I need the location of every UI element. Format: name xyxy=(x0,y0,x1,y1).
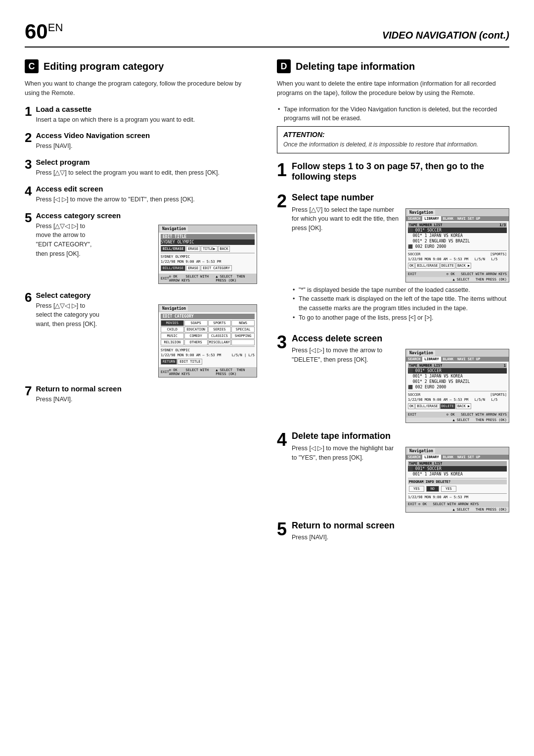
screen-c5-footer: EXIT ⊙ OK SELECT WITH ARROW KEYS ▲ SELEC… xyxy=(159,274,257,284)
step-c3-heading: Select program xyxy=(36,158,257,166)
step-d5-number: 5 xyxy=(277,520,287,538)
step-d2-screen: Navigation SEARCH LIBRARY BLANK NAVI SET… xyxy=(405,205,509,283)
step-d2-number: 2 xyxy=(277,192,287,210)
step-c7-heading: Return to normal screen xyxy=(36,384,257,393)
step-d2-text: Press [△▽] to select the tape number for… xyxy=(292,205,400,233)
step-c1: 1 Load a cassette Insert a tape on which… xyxy=(25,105,257,125)
screen-c6-footer: EXIT ⊙ OK SELECT WITH ARROW KEYS ▲ SELEC… xyxy=(159,367,257,377)
step-d3-text: Press [◁ ▷] to move the arrow to "DELETE… xyxy=(292,346,400,365)
step-c7: 7 Return to normal screen Press [NAVI]. xyxy=(25,384,257,404)
step-c2-content: Access Video Navigation screen Press [NA… xyxy=(36,131,257,151)
step-c2-number: 2 xyxy=(25,131,32,144)
step-d4-text: Press [◁ ▷] to move the highlight bar to… xyxy=(292,444,400,463)
step-d2-heading: Select tape number xyxy=(292,192,509,203)
screen-d2-navbar: Navigation xyxy=(406,209,509,216)
step-d1-number: 1 xyxy=(277,161,287,179)
step-c5-heading: Access category screen xyxy=(36,211,257,220)
step-c4-body: Press [◁ ▷] to move the arrow to "EDIT",… xyxy=(36,195,257,204)
step-c2-heading: Access Video Navigation screen xyxy=(36,131,257,140)
screen-d4-navbar: Navigation xyxy=(406,447,509,455)
screen-c5-body: EDIT TITLE SYDNEY OLYMPIC BILL/ERASE ERA… xyxy=(159,233,257,274)
left-column: C Editing program category When you want… xyxy=(25,59,257,550)
step-c6-number: 6 xyxy=(25,291,32,304)
attention-box: ATTENTION: Once the information is delet… xyxy=(277,126,509,153)
page: 60EN VIDEO NAVIGATION (cont.) C Editing … xyxy=(0,0,534,756)
screen-c5-navbar: Navigation xyxy=(159,225,257,233)
step-d4-heading: Delete tape information xyxy=(292,431,509,442)
step-d3-content: Access delete screen Press [◁ ▷] to move… xyxy=(292,333,509,424)
section-c-intro: When you want to change the program cate… xyxy=(25,79,257,98)
screen-c6: Navigation EDIT CATEGORY MOVIES SOAPS xyxy=(158,304,257,378)
step-c6-with-screen: Press [△▽◁ ▷] toselect the category youw… xyxy=(36,301,257,378)
step-c7-number: 7 xyxy=(25,384,32,397)
step-c5-text: Press [△▽◁ ▷] tomove the arrow to"EDIT C… xyxy=(36,222,153,259)
attention-title: ATTENTION: xyxy=(283,131,503,139)
step-c7-content: Return to normal screen Press [NAVI]. xyxy=(36,384,257,404)
screen-c6-navbar: Navigation xyxy=(159,305,257,312)
page-num-text: 60 xyxy=(25,20,48,43)
step-d2-bullets: "*" is displayed beside the tape number … xyxy=(292,285,509,323)
step-c2-body: Press [NAVI]. xyxy=(36,142,257,151)
step-c5-number: 5 xyxy=(25,211,32,224)
step-c3-content: Select program Press [△▽] to select the … xyxy=(36,158,257,178)
section-d-bullets: Tape information for the Video Navigatio… xyxy=(277,105,509,124)
step-d5-body: Press [NAVI]. xyxy=(292,533,509,542)
step-c6-text: Press [△▽◁ ▷] toselect the category youw… xyxy=(36,301,153,329)
screen-d3-footer: EXIT ⊙ OK SELECT WITH ARROW KEYS xyxy=(406,412,509,418)
screen-d2-footer: EXIT ⊙ OK SELECT WITH ARROW KEYS xyxy=(406,271,509,277)
step-c1-number: 1 xyxy=(25,105,32,118)
page-superscript: EN xyxy=(48,21,63,34)
step-d2-with-screen: Press [△▽] to select the tape number for… xyxy=(292,205,509,283)
screen-c5-row1: SYDNEY OLYMPIC xyxy=(161,239,255,245)
step-d3-number: 3 xyxy=(277,333,287,351)
screen-d3: Navigation SEARCH LIBRARY BLANK NAVI SET… xyxy=(405,349,509,423)
section-d-badge: D xyxy=(277,59,291,73)
section-c-badge: C xyxy=(25,59,39,73)
step-d3-screen: Navigation SEARCH LIBRARY BLANK NAVI SET… xyxy=(405,346,509,423)
step-c6-content: Select category Press [△▽◁ ▷] toselect t… xyxy=(36,291,257,378)
step-d5-heading: Return to normal screen xyxy=(292,520,509,531)
screen-d3-navbar: Navigation xyxy=(406,349,509,357)
step-d4-content: Delete tape information Press [◁ ▷] to m… xyxy=(292,431,509,513)
step-c2: 2 Access Video Navigation screen Press [… xyxy=(25,131,257,151)
step-d2-bullet3: To go to another page of the lists, pres… xyxy=(292,313,509,323)
screen-c5-info: SYDNEY OLYMPIC xyxy=(161,254,255,259)
step-d4: 4 Delete tape information Press [◁ ▷] to… xyxy=(277,431,509,513)
step-c6-heading: Select category xyxy=(36,291,257,299)
step-c4-heading: Access edit screen xyxy=(36,185,257,193)
step-d3: 3 Access delete screen Press [◁ ▷] to mo… xyxy=(277,333,509,424)
step-d4-number: 4 xyxy=(277,431,287,449)
step-d1: 1 Follow steps 1 to 3 on page 57, then g… xyxy=(277,161,509,185)
step-c4-number: 4 xyxy=(25,185,32,197)
right-column: D Deleting tape information When you wan… xyxy=(277,59,509,550)
step-c5-with-screen: Press [△▽◁ ▷] tomove the arrow to"EDIT C… xyxy=(36,222,257,284)
screen-c6-body: EDIT CATEGORY MOVIES SOAPS SPORTS NEWS C… xyxy=(159,312,257,367)
screen-d4-footer: EXIT ⊙ OK SELECT WITH ARROW KEYS xyxy=(406,501,509,507)
page-number: 60EN xyxy=(25,20,63,44)
step-c3-number: 3 xyxy=(25,158,32,171)
page-title: VIDEO NAVIGATION (cont.) xyxy=(382,30,509,41)
step-c1-body: Insert a tape on which there is a progra… xyxy=(36,115,257,125)
step-d1-content: Follow steps 1 to 3 on page 57, then go … xyxy=(292,161,509,185)
section-c-title: Editing program category xyxy=(44,61,164,72)
screen-c5: Navigation EDIT TITLE SYDNEY OLYMPIC xyxy=(158,225,257,284)
category-grid: MOVIES SOAPS SPORTS NEWS CHILD EDUCATION… xyxy=(161,320,255,345)
step-d2-bullet1: "*" is displayed beside the tape number … xyxy=(292,285,509,295)
section-d-bullet1: Tape information for the Video Navigatio… xyxy=(277,105,509,124)
step-c6: 6 Select category Press [△▽◁ ▷] toselect… xyxy=(25,291,257,378)
step-d3-heading: Access delete screen xyxy=(292,333,509,344)
step-d2-bullet2: The cassette mark is displayed on the le… xyxy=(292,294,509,313)
screen-d2: Navigation SEARCH LIBRARY BLANK NAVI SET… xyxy=(405,208,509,283)
step-c1-content: Load a cassette Insert a tape on which t… xyxy=(36,105,257,125)
step-d1-heading: Follow steps 1 to 3 on page 57, then go … xyxy=(292,161,509,183)
step-d5: 5 Return to normal screen Press [NAVI]. xyxy=(277,520,509,542)
step-c5: 5 Access category screen Press [△▽◁ ▷] t… xyxy=(25,211,257,284)
step-d5-content: Return to normal screen Press [NAVI]. xyxy=(292,520,509,542)
step-d2: 2 Select tape number Press [△▽] to selec… xyxy=(277,192,509,326)
screen-c6-title: EDIT CATEGORY xyxy=(161,314,255,319)
step-c4: 4 Access edit screen Press [◁ ▷] to move… xyxy=(25,185,257,204)
step-d3-with-screen: Press [◁ ▷] to move the arrow to "DELETE… xyxy=(292,346,509,423)
step-c6-screen: Navigation EDIT CATEGORY MOVIES SOAPS xyxy=(158,301,257,378)
section-c-header: C Editing program category xyxy=(25,59,257,73)
step-c3: 3 Select program Press [△▽] to select th… xyxy=(25,158,257,178)
